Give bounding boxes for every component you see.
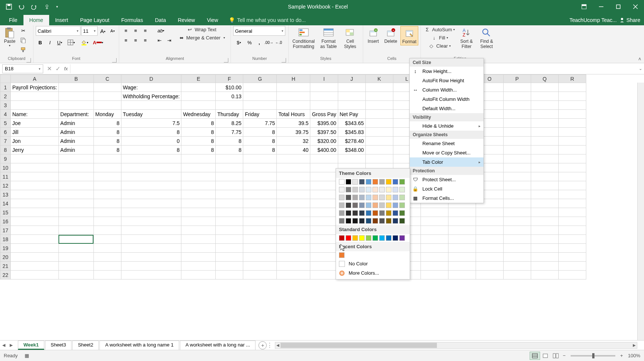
cell[interactable]: 8 [93, 137, 121, 146]
cell[interactable] [216, 262, 243, 271]
cell[interactable] [531, 217, 558, 226]
cell[interactable]: Name: [11, 110, 59, 119]
color-swatch[interactable] [399, 218, 405, 224]
cell[interactable] [243, 271, 277, 279]
cell[interactable]: Withholding Percentage: [121, 92, 181, 101]
percent-button[interactable]: % [245, 38, 254, 47]
cell[interactable] [243, 154, 277, 163]
cell[interactable]: 8 [181, 128, 216, 137]
cancel-formula-button[interactable]: ✕ [47, 65, 52, 72]
cell[interactable] [216, 244, 243, 253]
cell[interactable] [11, 253, 59, 262]
cell[interactable] [421, 244, 448, 253]
color-swatch[interactable] [366, 179, 371, 185]
cell[interactable] [558, 271, 586, 279]
conditional-formatting-button[interactable]: Conditional Formatting [291, 26, 316, 50]
cell[interactable] [277, 253, 310, 262]
vertical-scrollbar[interactable] [637, 83, 644, 340]
cell[interactable] [58, 208, 93, 217]
cell[interactable] [58, 235, 93, 244]
cell[interactable] [531, 190, 558, 199]
cell[interactable] [421, 253, 448, 262]
color-swatch[interactable] [399, 202, 405, 208]
cell[interactable] [243, 244, 277, 253]
cell[interactable]: 32 [277, 137, 310, 146]
cell[interactable] [121, 101, 181, 110]
cell[interactable] [448, 253, 476, 262]
column-header[interactable]: I [310, 75, 338, 83]
cell[interactable] [558, 190, 586, 199]
row-header[interactable]: 12 [0, 181, 11, 190]
color-swatch[interactable] [359, 195, 365, 200]
cell[interactable] [93, 271, 121, 279]
font-name-combo[interactable]: Calibri▾ [36, 26, 80, 36]
cell[interactable] [181, 154, 216, 163]
cell[interactable] [181, 101, 216, 110]
cell[interactable]: Wage: [121, 83, 181, 92]
cell[interactable] [365, 101, 393, 110]
fill-color-button[interactable]: ▾ [78, 38, 91, 47]
cell[interactable] [216, 226, 243, 235]
sheet-tab[interactable]: Sheet3 [45, 341, 72, 350]
new-sheet-button[interactable]: + [258, 341, 267, 349]
copy-button[interactable] [19, 36, 28, 45]
color-swatch[interactable] [386, 202, 391, 208]
color-swatch[interactable] [386, 218, 391, 224]
color-swatch[interactable] [393, 202, 398, 208]
cell[interactable] [476, 217, 503, 226]
decrease-decimal-button[interactable]: ←.0 [274, 38, 283, 47]
cell[interactable] [181, 244, 216, 253]
color-swatch[interactable] [386, 187, 391, 192]
cell[interactable] [93, 172, 121, 181]
row-header[interactable]: 20 [0, 253, 11, 262]
color-swatch[interactable] [386, 210, 391, 216]
cell[interactable] [181, 172, 216, 181]
cell[interactable] [476, 253, 503, 262]
color-swatch[interactable] [386, 179, 391, 185]
tell-me[interactable]: 💡Tell me what you want to do... [224, 17, 310, 25]
cell[interactable]: $10.00 [216, 83, 243, 92]
cell[interactable] [243, 199, 277, 208]
cell[interactable] [277, 190, 310, 199]
cell[interactable] [277, 208, 310, 217]
cell[interactable] [310, 262, 338, 271]
cell[interactable] [310, 163, 338, 172]
enter-formula-button[interactable]: ✓ [55, 65, 60, 72]
color-swatch[interactable] [379, 195, 385, 200]
cell[interactable]: 0.13 [216, 92, 243, 101]
color-swatch[interactable] [372, 187, 378, 192]
cell[interactable] [93, 208, 121, 217]
cell[interactable] [58, 92, 93, 101]
color-swatch[interactable] [339, 179, 345, 185]
cell[interactable]: 8 [121, 128, 181, 137]
cell[interactable] [121, 253, 181, 262]
color-swatch[interactable] [379, 179, 385, 185]
cell[interactable] [243, 190, 277, 199]
cell[interactable]: 40 [277, 146, 310, 154]
cell[interactable] [531, 154, 558, 163]
cell[interactable] [216, 163, 243, 172]
cell[interactable] [277, 244, 310, 253]
color-swatch[interactable] [379, 210, 385, 216]
cell[interactable] [121, 172, 181, 181]
cell[interactable] [558, 226, 586, 235]
cell[interactable] [181, 235, 216, 244]
color-swatch[interactable] [339, 210, 345, 216]
cell[interactable] [365, 110, 393, 119]
color-swatch[interactable] [366, 187, 371, 192]
cell[interactable] [58, 101, 93, 110]
cell[interactable] [11, 163, 59, 172]
fill-button[interactable]: ↓Fill▾ [423, 34, 456, 42]
column-header[interactable]: G [243, 75, 277, 83]
cell[interactable] [365, 119, 393, 128]
undo-button[interactable] [16, 1, 28, 12]
cell[interactable] [181, 163, 216, 172]
cell[interactable] [181, 190, 216, 199]
cell[interactable] [181, 253, 216, 262]
cell[interactable] [216, 190, 243, 199]
color-swatch[interactable] [393, 179, 398, 185]
cell[interactable]: Gross Pay [310, 110, 338, 119]
color-swatch[interactable] [352, 235, 358, 241]
color-swatch[interactable] [399, 195, 405, 200]
cell[interactable] [531, 92, 558, 101]
